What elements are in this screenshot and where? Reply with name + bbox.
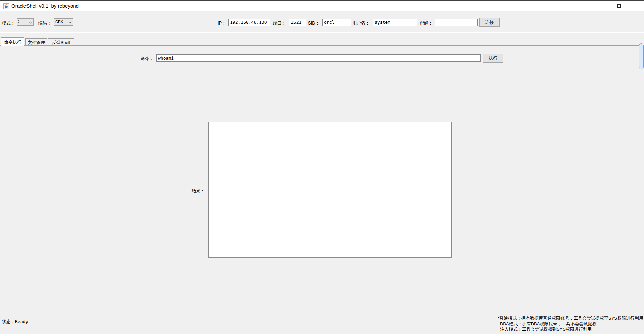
execute-button[interactable]: 执行: [483, 54, 503, 63]
maximize-icon: [617, 4, 621, 9]
scrollbar-thumb[interactable]: [639, 43, 644, 69]
window-title: OracleShell v0.1 by rebeyond: [11, 3, 79, 9]
tab-file-manager[interactable]: 文件管理: [25, 38, 47, 45]
sid-input[interactable]: [322, 19, 351, 26]
mode-label: 模式：: [2, 20, 15, 26]
username-label: 用户名：: [352, 20, 370, 26]
mode-selected-value: [18, 20, 29, 24]
encoding-select[interactable]: GBK: [54, 18, 73, 26]
username-input[interactable]: [373, 19, 417, 26]
mode-note-dba: DBA模式：拥有DBA权限账号，工具不会尝试提权: [498, 321, 643, 327]
connect-button[interactable]: 连接: [479, 18, 500, 27]
ip-input[interactable]: [228, 19, 270, 26]
close-icon: [632, 4, 636, 9]
mode-notes: *普通模式：拥有数据库普通权限账号，工具会尝试提权至SYS权限进行利用 DBA模…: [498, 316, 643, 332]
status-bar: 状态：Ready: [2, 319, 28, 325]
tab-command-exec[interactable]: 命令执行: [1, 37, 24, 46]
result-textarea[interactable]: [208, 122, 452, 258]
encoding-selected-value: GBK: [55, 20, 63, 24]
mode-note-normal: *普通模式：拥有数据库普通权限账号，工具会尝试提权至SYS权限进行利用: [498, 316, 643, 321]
status-value: Ready: [15, 319, 28, 324]
mode-note-inject: 注入模式：工具会尝试提权到SYS权限进行利用: [498, 327, 643, 332]
mode-select[interactable]: [17, 18, 34, 26]
chevron-down-icon: [68, 19, 71, 25]
maximize-button[interactable]: [611, 2, 627, 11]
tab-reverse-shell[interactable]: 反弹Shell: [48, 38, 74, 45]
password-label: 密码：: [420, 20, 433, 26]
sid-label: SID：: [308, 20, 320, 26]
status-label: 状态：: [2, 319, 15, 324]
close-button[interactable]: [627, 2, 642, 11]
minimize-icon: [601, 4, 605, 9]
command-label: 命令：: [136, 56, 154, 62]
port-input[interactable]: [289, 19, 306, 26]
scrollbar-track[interactable]: [641, 69, 641, 317]
port-label: 端口：: [273, 20, 286, 26]
result-label: 结果：: [186, 188, 205, 194]
encoding-label: 编码：: [38, 20, 51, 26]
toolbar-separator-highlight: [0, 32, 644, 33]
tab-content-border: [0, 45, 639, 46]
java-coffee-icon: [3, 3, 9, 9]
password-input[interactable]: [435, 19, 478, 26]
ip-label: IP：: [218, 20, 226, 26]
window-titlebar: OracleShell v0.1 by rebeyond: [0, 0, 644, 11]
chevron-down-icon: [29, 19, 32, 25]
minimize-button[interactable]: [596, 2, 611, 11]
command-input[interactable]: [156, 54, 481, 62]
window-controls: [596, 2, 642, 11]
